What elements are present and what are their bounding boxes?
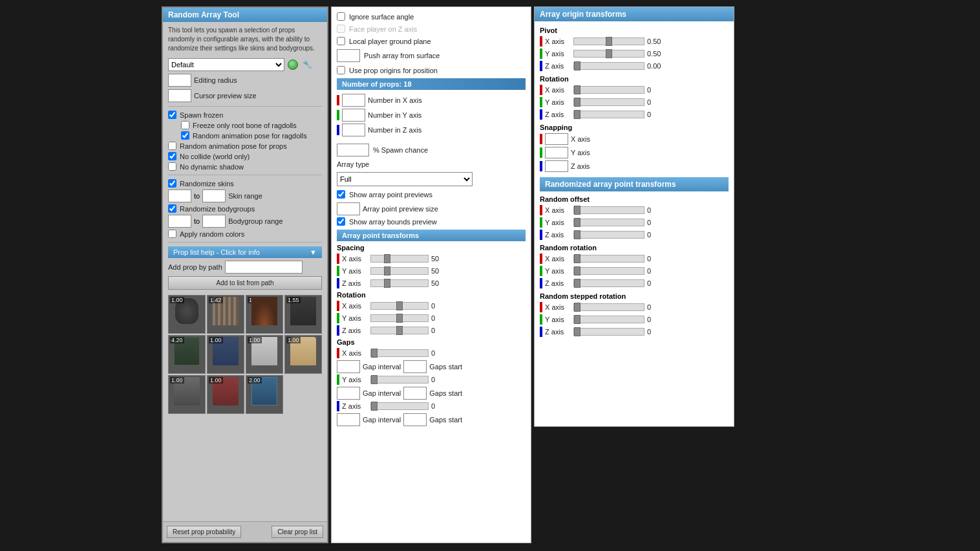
list-item[interactable]: 4.20 (168, 335, 206, 374)
gaps-x-interval-input[interactable]: 2 (337, 360, 360, 373)
snap-z-label: Z axis (571, 162, 590, 170)
pivot-z-slider[interactable] (573, 62, 644, 70)
divider2 (168, 175, 322, 175)
gaps-y-label: Y axis (342, 376, 368, 384)
snap-y-input[interactable]: 0 (545, 147, 568, 158)
list-item[interactable]: 1.42 (207, 295, 244, 334)
apply-random-colors-checkbox[interactable] (168, 230, 176, 238)
list-item[interactable]: 1.00 (207, 335, 244, 374)
rand-step-z-slider[interactable] (573, 328, 644, 336)
preset-dropdown[interactable]: Default (168, 58, 284, 71)
list-item[interactable]: 1.00 (168, 375, 206, 414)
skin-to-input[interactable]: 100 (202, 189, 226, 202)
spacing-x-slider[interactable] (370, 255, 429, 263)
pivot-x-value: 0.50 (647, 38, 661, 45)
number-z-label: Number in Z axis (368, 126, 421, 134)
list-item[interactable]: 2.00 (246, 375, 283, 414)
skin-from-input[interactable]: 0 (168, 189, 191, 202)
list-item[interactable]: 1.00 (246, 295, 283, 334)
rot-z-label: Z axis (342, 327, 368, 334)
gaps-z-slider[interactable] (370, 402, 429, 410)
right-content: Pivot X axis 0.50 Y axis 0.50 Z axis 0.0… (535, 21, 734, 344)
list-item[interactable]: 1.00 (168, 295, 206, 334)
list-item[interactable]: 1.55 (284, 295, 322, 334)
settings-icon[interactable]: 🔧 (301, 59, 313, 70)
spacing-x-bar (337, 254, 339, 264)
gaps-x-start-input[interactable]: 1 (403, 360, 427, 373)
face-player-checkbox[interactable] (337, 25, 345, 33)
array-point-preview-size-input[interactable]: 5 (337, 202, 360, 215)
spawn-chance-input[interactable]: 100 (337, 144, 369, 157)
freeze-root-checkbox[interactable] (181, 121, 189, 129)
rand-offset-z-value: 0 (647, 231, 660, 239)
show-array-previews-label: Show array point previews (349, 191, 432, 199)
gaps-x-slider[interactable] (370, 349, 429, 357)
confirm-icon[interactable] (287, 59, 299, 70)
right-rot-y-slider[interactable] (573, 98, 644, 106)
pivot-x-slider[interactable] (573, 38, 644, 45)
add-to-list-button[interactable]: Add to list from path (168, 276, 322, 290)
rand-offset-x-slider[interactable] (573, 206, 644, 214)
bodygroup-from-input[interactable]: 0 (168, 215, 191, 228)
number-y-input[interactable]: 3 (342, 109, 365, 122)
pivot-z-row: Z axis 0.00 (540, 61, 729, 71)
add-prop-path-input[interactable] (225, 261, 303, 274)
prop-list-help-header[interactable]: Prop list help - Click for info ▼ (168, 246, 322, 258)
right-rot-x-slider[interactable] (573, 86, 644, 94)
gaps-y-interval-input[interactable]: 2 (337, 387, 360, 400)
local-player-ground-checkbox[interactable] (337, 37, 345, 45)
clear-prop-list-button[interactable]: Clear prop list (272, 526, 323, 538)
snap-y-label: Y axis (571, 149, 590, 157)
randomize-bodygroups-checkbox[interactable] (168, 204, 176, 213)
rand-rot-x-slider[interactable] (573, 255, 644, 263)
list-item[interactable]: 1.00 (246, 335, 283, 374)
rot-x-slider[interactable] (370, 302, 429, 310)
local-player-ground-label: Local player ground plane (349, 38, 431, 45)
ignore-surface-angle-checkbox[interactable] (337, 12, 345, 21)
show-array-previews-checkbox[interactable] (337, 190, 345, 199)
spacing-y-slider[interactable] (370, 267, 429, 275)
list-item[interactable]: 1.00 (284, 335, 322, 374)
rand-rot-z-slider[interactable] (573, 279, 644, 287)
random-anim-props-checkbox[interactable] (168, 142, 176, 150)
show-array-bounds-checkbox[interactable] (337, 217, 345, 226)
skin-range-row: 0 to 100 Skin range (168, 189, 322, 202)
snap-x-input[interactable]: 0 (545, 133, 568, 145)
no-collide-checkbox[interactable] (168, 152, 176, 160)
reset-prop-probability-button[interactable]: Reset prop probability (167, 526, 241, 538)
gaps-z-interval-input[interactable]: 2 (337, 413, 360, 426)
rand-rot-y-slider[interactable] (573, 267, 644, 275)
push-array-input[interactable]: 0 (337, 49, 360, 62)
random-anim-ragdolls-checkbox[interactable] (181, 131, 189, 140)
bodygroup-to-input[interactable]: 100 (202, 215, 226, 228)
number-x-input[interactable]: 3 (342, 94, 365, 107)
rand-step-y-bar (540, 314, 542, 325)
rot-y-slider[interactable] (370, 314, 429, 322)
rot-z-value: 0 (431, 327, 444, 334)
pivot-z-bar (540, 61, 542, 71)
rand-offset-y-slider[interactable] (573, 219, 644, 226)
array-type-dropdown[interactable]: Full Hollow Surface (337, 172, 473, 186)
rand-step-y-slider[interactable] (573, 316, 644, 323)
editing-radius-input[interactable]: 0 (168, 74, 191, 87)
rand-step-x-slider[interactable] (573, 303, 644, 311)
rand-offset-z-slider[interactable] (573, 231, 644, 239)
ignore-surface-angle-label: Ignore surface angle (349, 13, 414, 21)
pivot-y-slider[interactable] (573, 50, 644, 58)
right-rot-z-slider[interactable] (573, 111, 644, 118)
gaps-y-start-input[interactable]: 1 (403, 387, 427, 400)
random-rotation-label: Random rotation (540, 244, 597, 252)
number-z-input[interactable]: 2 (342, 124, 365, 136)
gaps-z-start-input[interactable]: 1 (403, 413, 427, 426)
spacing-z-slider[interactable] (370, 279, 429, 287)
randomize-skins-checkbox[interactable] (168, 179, 176, 188)
list-item[interactable]: 1.00 (207, 375, 244, 414)
snap-z-input[interactable]: 0 (545, 160, 568, 172)
gaps-y-slider[interactable] (370, 376, 429, 384)
right-rot-z-label: Z axis (545, 111, 571, 118)
rot-z-slider[interactable] (370, 327, 429, 334)
use-prop-origins-checkbox[interactable] (337, 66, 345, 74)
cursor-preview-input[interactable]: 10 (168, 89, 191, 102)
spawn-frozen-checkbox[interactable] (168, 111, 176, 119)
no-dynamic-shadow-checkbox[interactable] (168, 162, 176, 171)
